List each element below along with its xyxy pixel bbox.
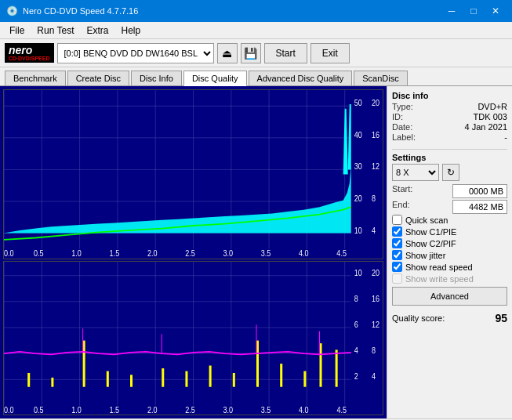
svg-text:0.5: 0.5 [34,249,44,259]
show-write-speed-row: Show write speed [392,273,507,284]
disc-info-section: Disc info Type: DVD+R ID: TDK 003 Date: … [392,91,507,143]
show-write-speed-checkbox[interactable] [392,273,402,284]
svg-text:1.0: 1.0 [71,405,82,415]
disc-id-row: ID: TDK 003 [392,112,507,121]
tab-bar: Benchmark Create Disc Disc Info Disc Qua… [0,67,512,86]
svg-text:2: 2 [354,371,358,381]
svg-text:3.5: 3.5 [261,249,271,259]
svg-text:10: 10 [354,226,363,235]
svg-text:0.5: 0.5 [34,405,44,415]
advanced-button[interactable]: Advanced [392,287,507,306]
start-label: Start: [392,184,412,198]
main-content: 50 40 30 20 10 20 16 12 8 4 0.0 0.5 1.0 … [0,86,512,418]
svg-rect-78 [107,371,109,386]
show-c2pif-label: Show C2/PIF [405,239,456,248]
disc-type-value: DVD+R [478,102,507,111]
svg-text:2.0: 2.0 [147,249,158,259]
svg-rect-82 [209,365,212,386]
svg-text:8: 8 [372,346,376,355]
top-chart-svg: 50 40 30 20 10 20 16 12 8 4 0.0 0.5 1.0 … [4,90,383,259]
quality-score-value: 95 [495,312,507,324]
disc-label-value: - [504,132,507,142]
right-panel: Disc info Type: DVD+R ID: TDK 003 Date: … [387,86,512,418]
exit-button[interactable]: Exit [310,43,350,63]
chart-area: 50 40 30 20 10 20 16 12 8 4 0.0 0.5 1.0 … [0,86,387,418]
disc-label-label: Label: [392,132,416,142]
disc-id-label: ID: [392,112,403,121]
settings-section: Settings 8 X ↻ Start: End: Quick scan [392,153,507,306]
svg-rect-81 [185,371,187,386]
save-button[interactable]: 💾 [241,43,261,63]
svg-rect-79 [130,375,133,386]
eject-button[interactable]: ⏏ [217,43,238,63]
show-c2pif-checkbox[interactable] [392,238,402,248]
show-c1pie-label: Show C1/PIE [405,227,456,237]
title-bar-left: 💿 Nero CD-DVD Speed 4.7.7.16 [6,5,138,16]
disc-date-value: 4 Jan 2021 [465,122,507,132]
quick-scan-label: Quick scan [405,215,448,225]
drive-selector[interactable]: [0:0] BENQ DVD DD DW1640 BSLB [57,43,214,63]
tab-disc-quality[interactable]: Disc Quality [183,71,247,86]
tab-advanced-disc-quality[interactable]: Advanced Disc Quality [249,71,353,85]
svg-text:20: 20 [372,268,380,277]
show-jitter-checkbox[interactable] [392,250,402,260]
svg-text:0.0: 0.0 [4,405,14,415]
toolbar: nero CD·DVD/SPEED [0:0] BENQ DVD DD DW16… [0,39,512,67]
end-row: End: [392,200,507,214]
svg-rect-88 [336,349,338,386]
show-c1pie-row: Show C1/PIE [392,226,507,237]
svg-text:4.5: 4.5 [336,405,347,415]
tab-benchmark[interactable]: Benchmark [5,71,66,85]
svg-rect-80 [162,368,164,387]
svg-text:1.0: 1.0 [71,249,82,259]
speed-row: 8 X ↻ [392,164,507,181]
menu-extra[interactable]: Extra [80,24,114,38]
title-bar: 💿 Nero CD-DVD Speed 4.7.7.16 ─ □ ✕ [0,0,512,22]
svg-text:30: 30 [354,162,363,172]
svg-text:8: 8 [354,294,358,303]
disc-type-row: Type: DVD+R [392,102,507,111]
svg-text:4: 4 [372,226,376,235]
disc-id-value: TDK 003 [474,112,507,121]
tab-create-disc[interactable]: Create Disc [67,71,129,85]
speed-selector[interactable]: 8 X [392,164,439,181]
end-input[interactable] [452,200,507,214]
quality-score-label: Quality score: [392,313,445,323]
start-button[interactable]: Start [264,43,307,63]
top-chart: 50 40 30 20 10 20 16 12 8 4 0.0 0.5 1.0 … [3,89,383,259]
svg-rect-86 [303,371,306,386]
svg-text:20: 20 [354,194,363,203]
quick-scan-checkbox[interactable] [392,215,402,225]
menu-help[interactable]: Help [115,24,147,38]
minimize-button[interactable]: ─ [441,3,462,19]
start-input[interactable] [452,184,507,198]
svg-text:6: 6 [354,320,358,329]
svg-text:2.0: 2.0 [147,405,158,415]
disc-type-label: Type: [392,102,413,111]
svg-text:20: 20 [372,99,380,108]
menu-file[interactable]: File [3,24,31,38]
svg-rect-76 [51,378,53,387]
svg-text:3.0: 3.0 [223,405,233,415]
svg-text:4.5: 4.5 [336,249,347,259]
app-title: Nero CD-DVD Speed 4.7.7.16 [23,6,138,16]
close-button[interactable]: ✕ [485,3,506,19]
svg-text:12: 12 [372,162,380,172]
svg-text:2.5: 2.5 [185,249,195,259]
svg-text:0.0: 0.0 [4,249,14,259]
svg-rect-75 [27,373,30,387]
show-write-speed-label: Show write speed [405,274,474,284]
menu-bar: File Run Test Extra Help [0,22,512,39]
end-label: End: [392,200,410,214]
disc-info-title: Disc info [392,91,507,100]
show-c2pif-row: Show C2/PIF [392,238,507,248]
maximize-button[interactable]: □ [463,3,484,19]
refresh-button[interactable]: ↻ [442,164,459,181]
tab-disc-info[interactable]: Disc Info [131,71,182,85]
show-read-speed-checkbox[interactable] [392,262,402,272]
svg-rect-85 [280,364,282,387]
menu-run-test[interactable]: Run Test [31,24,80,38]
show-jitter-row: Show jitter [392,250,507,260]
tab-scandisc[interactable]: ScanDisc [354,71,407,85]
show-c1pie-checkbox[interactable] [392,226,402,237]
